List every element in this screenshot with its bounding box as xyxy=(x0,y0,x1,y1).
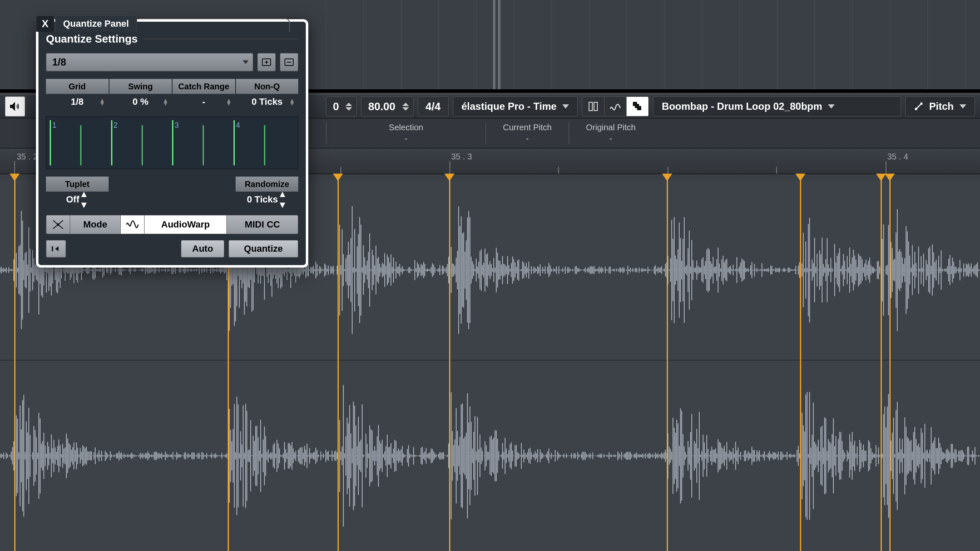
close-panel-button[interactable]: X xyxy=(36,15,54,32)
quantize-headers: Grid Swing Catch Range Non-Q xyxy=(46,79,298,94)
preset-delete-button[interactable] xyxy=(280,53,298,71)
svg-rect-11 xyxy=(52,246,53,251)
header-grid: Grid xyxy=(46,79,109,94)
hitpoint-line xyxy=(667,180,668,551)
info-current-pitch-label: Current Pitch xyxy=(503,123,552,132)
svg-rect-0 xyxy=(589,102,592,111)
panel-tab-title[interactable]: Quantize Panel xyxy=(55,15,137,32)
info-current-pitch-value: - xyxy=(503,134,552,144)
marker-divider xyxy=(493,0,495,92)
chevron-down-icon xyxy=(562,104,569,109)
value-swing[interactable]: 0 %▲▼ xyxy=(109,94,172,110)
hitpoint-line xyxy=(881,180,882,551)
randomize-value[interactable]: 0 Ticks▲▼ xyxy=(236,192,298,207)
panel-title: Quantize Settings xyxy=(46,33,138,45)
view-mode-warp-icon[interactable] xyxy=(604,97,627,116)
svg-rect-1 xyxy=(594,102,597,111)
pitch-label: Pitch xyxy=(929,101,954,112)
info-original-pitch-label: Original Pitch xyxy=(586,123,636,132)
chevron-down-icon xyxy=(960,104,966,109)
audiowarp-label[interactable]: AudioWarp xyxy=(145,215,227,234)
tempo-spinner[interactable] xyxy=(402,103,413,111)
quantize-panel: Quantize Settings 1/8 Grid Swing Catch R… xyxy=(36,19,308,268)
value-nonq[interactable]: 0 Ticks▲▼ xyxy=(236,94,299,110)
hitpoint-line xyxy=(449,180,450,551)
waveform-lane-right[interactable] xyxy=(0,361,980,551)
offset-value: 0 xyxy=(326,100,345,113)
clip-name-dropdown[interactable]: Boombap - Drum Loop 02_80bpm xyxy=(653,96,901,116)
quantize-preset-dropdown[interactable]: 1/8 xyxy=(46,53,253,71)
value-catchrange[interactable]: -▲▼ xyxy=(173,94,235,110)
quantize-mode-segmented[interactable]: Mode AudioWarp MIDI CC xyxy=(46,215,298,234)
tuplet-header: Tuplet xyxy=(46,177,109,192)
audition-button[interactable] xyxy=(5,96,25,116)
waveform-right xyxy=(0,361,980,551)
panel-tab-ghost xyxy=(139,18,290,32)
preset-save-button[interactable] xyxy=(257,53,276,71)
mode-label[interactable]: Mode xyxy=(70,215,121,234)
midicc-label[interactable]: MIDI CC xyxy=(227,215,298,234)
view-mode-segmented[interactable] xyxy=(582,96,649,116)
hitpoint-line xyxy=(800,180,801,551)
svg-point-5 xyxy=(915,108,917,110)
reset-button[interactable] xyxy=(46,240,66,258)
clip-name-label: Boombap - Drum Loop 02_80bpm xyxy=(662,101,822,112)
info-original-pitch: Original Pitch - xyxy=(569,123,652,144)
tempo-field[interactable]: 80.00 xyxy=(361,96,413,116)
timesig-value: 4/4 xyxy=(418,100,448,113)
pitch-icon xyxy=(914,102,923,111)
header-catchrange: Catch Range xyxy=(173,79,235,94)
svg-point-10 xyxy=(57,223,59,226)
tempo-value: 80.00 xyxy=(361,100,402,113)
hitpoint-line xyxy=(889,180,891,551)
header-swing: Swing xyxy=(109,79,172,94)
info-selection: Selection - xyxy=(327,123,485,144)
ruler-label: 35 . 4 xyxy=(887,152,908,162)
auto-button[interactable]: Auto xyxy=(181,240,224,258)
chevron-down-icon xyxy=(243,61,249,64)
info-original-pitch-value: - xyxy=(586,134,636,144)
ruler-label: 35 . 3 xyxy=(451,152,472,162)
algorithm-dropdown[interactable]: élastique Pro - Time xyxy=(453,96,578,116)
hitpoint-line xyxy=(338,180,339,551)
view-mode-hitpoints-icon[interactable] xyxy=(582,97,604,116)
algorithm-label: élastique Pro - Time xyxy=(462,101,557,112)
info-selection-value: - xyxy=(343,134,469,144)
audiowarp-icon[interactable] xyxy=(121,215,145,234)
pitch-tool-dropdown[interactable]: Pitch xyxy=(905,96,975,116)
mode-icon[interactable] xyxy=(46,215,70,234)
quantize-values: 1/8▲▼ 0 %▲▼ -▲▼ 0 Ticks▲▼ xyxy=(46,94,298,110)
marker-divider xyxy=(498,0,500,92)
quantize-button[interactable]: Quantize xyxy=(228,240,298,258)
hitpoint-line xyxy=(14,180,15,551)
tuplet-value[interactable]: Off▲▼ xyxy=(46,192,109,207)
info-selection-label: Selection xyxy=(343,123,469,132)
header-nonq: Non-Q xyxy=(236,79,299,94)
offset-spinner[interactable] xyxy=(345,103,356,111)
panel-tab-row: X Quantize Panel xyxy=(36,16,290,32)
timesig-field[interactable]: 4/4 xyxy=(418,96,449,116)
view-mode-slices-icon[interactable] xyxy=(627,97,648,116)
offset-field[interactable]: 0 xyxy=(326,96,357,116)
value-grid[interactable]: 1/8▲▼ xyxy=(46,94,109,110)
ruler-label: 35 . 2 xyxy=(17,152,38,162)
info-current-pitch: Current Pitch - xyxy=(486,123,569,144)
quantize-preset-label: 1/8 xyxy=(52,56,66,68)
quantize-grid-display: 1234 xyxy=(46,116,298,169)
svg-rect-4 xyxy=(637,106,641,110)
chevron-down-icon xyxy=(828,104,835,109)
randomize-header: Randomize xyxy=(236,177,298,192)
